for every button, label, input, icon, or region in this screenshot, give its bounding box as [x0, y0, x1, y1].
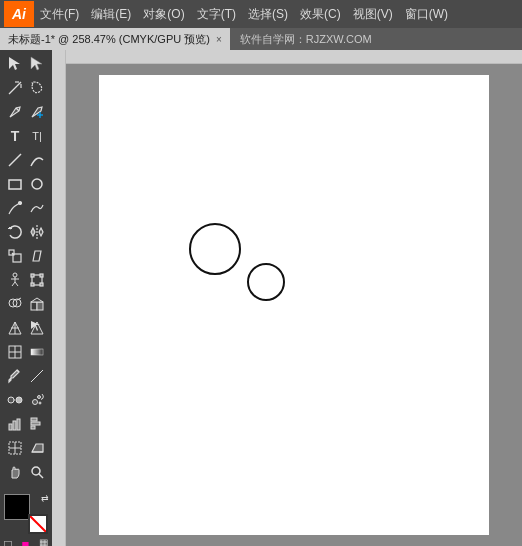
menu-view[interactable]: 视图(V) — [347, 0, 399, 28]
shape-builder-tool[interactable] — [4, 293, 26, 315]
svg-line-10 — [9, 154, 21, 166]
live-paint-tool[interactable] — [26, 293, 48, 315]
scale-tool[interactable] — [4, 245, 26, 267]
magic-wand-tool[interactable] — [4, 77, 26, 99]
reflect-tool[interactable] — [26, 221, 48, 243]
tool-row-7 — [0, 197, 52, 219]
tab-url: 软件自学网：RJZXW.COM — [230, 32, 372, 47]
svg-line-48 — [40, 370, 43, 373]
svg-marker-1 — [31, 57, 42, 70]
svg-line-67 — [39, 474, 43, 478]
free-transform-tool[interactable] — [26, 269, 48, 291]
arc-tool[interactable] — [26, 149, 48, 171]
svg-rect-58 — [31, 418, 37, 421]
extra-icons-row: □ ■ ▦ — [4, 537, 48, 546]
perspective-grid-tool[interactable] — [4, 317, 26, 339]
bar-graph-tool[interactable] — [26, 413, 48, 435]
svg-marker-15 — [31, 228, 35, 236]
pen-tool[interactable] — [4, 101, 26, 123]
tool-row-10 — [0, 269, 52, 291]
tool-row-4: T T| — [0, 125, 52, 147]
color-fill-icon[interactable]: ■ — [22, 537, 30, 546]
blend-tool[interactable] — [4, 389, 26, 411]
hand-tool[interactable] — [4, 461, 26, 483]
gradient-tool[interactable] — [26, 341, 48, 363]
circle-large — [189, 223, 241, 275]
fill-color-box[interactable] — [4, 494, 30, 520]
tool-row-18 — [0, 461, 52, 483]
main-area: T T| — [0, 50, 522, 546]
gradient-fill-icon[interactable]: ▦ — [39, 537, 48, 546]
pencil-tool[interactable] — [4, 197, 26, 219]
menu-object[interactable]: 对象(O) — [137, 0, 190, 28]
type-tool[interactable]: T — [4, 125, 26, 147]
svg-rect-34 — [31, 302, 37, 310]
tool-row-2 — [0, 77, 52, 99]
svg-line-3 — [9, 86, 17, 94]
svg-point-66 — [32, 467, 40, 475]
ellipse-tool[interactable] — [26, 173, 48, 195]
tool-row-8 — [0, 221, 52, 243]
swap-fill-stroke-icon[interactable]: ⇄ — [41, 493, 49, 503]
menu-text[interactable]: 文字(T) — [191, 0, 242, 28]
direct-selection-tool[interactable] — [26, 53, 48, 75]
ruler-top — [52, 50, 522, 64]
menu-window[interactable]: 窗口(W) — [399, 0, 454, 28]
line-tool[interactable] — [4, 149, 26, 171]
svg-rect-55 — [9, 424, 12, 430]
canvas-area — [52, 50, 522, 546]
measure-tool[interactable] — [26, 365, 48, 387]
column-graph-tool[interactable] — [4, 413, 26, 435]
perspective-selection-tool[interactable] — [26, 317, 48, 339]
eyedropper-tool[interactable] — [4, 365, 26, 387]
eraser-tool[interactable] — [26, 437, 48, 459]
fill-stroke-indicator[interactable]: ⇄ — [4, 494, 48, 534]
svg-rect-44 — [31, 349, 43, 355]
mesh-tool[interactable] — [4, 341, 26, 363]
shear-tool[interactable] — [26, 245, 48, 267]
stroke-color-box[interactable] — [28, 514, 48, 534]
menu-select[interactable]: 选择(S) — [242, 0, 294, 28]
svg-rect-59 — [31, 422, 40, 425]
svg-marker-16 — [39, 228, 43, 236]
none-fill-icon[interactable]: □ — [4, 537, 12, 546]
tool-row-5 — [0, 149, 52, 171]
svg-marker-0 — [9, 57, 20, 70]
tab-label: 未标题-1* @ 258.47% (CMYK/GPU 预览) — [8, 32, 210, 47]
menu-file[interactable]: 文件(F) — [34, 0, 85, 28]
toolbox: T T| — [0, 50, 52, 546]
ai-logo: Ai — [4, 1, 34, 27]
symbol-sprayer-tool[interactable] — [26, 389, 48, 411]
selection-tool[interactable] — [4, 53, 26, 75]
zoom-tool[interactable] — [26, 461, 48, 483]
svg-marker-20 — [33, 251, 41, 261]
canvas-background[interactable] — [66, 64, 522, 546]
tool-row-15 — [0, 389, 52, 411]
circle-small — [247, 263, 285, 301]
rotate-tool[interactable] — [4, 221, 26, 243]
menu-bar: 文件(F) 编辑(E) 对象(O) 文字(T) 选择(S) 效果(C) 视图(V… — [34, 0, 518, 28]
color-area: ⇄ □ ■ ▦ — [0, 490, 52, 546]
lasso-tool[interactable] — [26, 77, 48, 99]
svg-rect-60 — [31, 426, 35, 429]
svg-line-24 — [12, 282, 15, 286]
touch-type-tool[interactable]: T| — [26, 125, 48, 147]
menu-edit[interactable]: 编辑(E) — [85, 0, 137, 28]
rectangle-tool[interactable] — [4, 173, 26, 195]
slice-tool[interactable] — [4, 437, 26, 459]
ruler-left — [52, 50, 66, 546]
svg-rect-11 — [9, 180, 21, 189]
svg-rect-28 — [40, 274, 43, 277]
active-tab[interactable]: 未标题-1* @ 258.47% (CMYK/GPU 预览) × — [0, 28, 230, 50]
puppet-warp-tool[interactable] — [4, 269, 26, 291]
svg-rect-29 — [31, 283, 34, 286]
smooth-tool[interactable] — [26, 197, 48, 219]
svg-rect-57 — [17, 419, 20, 430]
add-anchor-tool[interactable] — [26, 101, 48, 123]
svg-point-13 — [19, 202, 22, 205]
menu-effect[interactable]: 效果(C) — [294, 0, 347, 28]
svg-point-21 — [13, 273, 17, 277]
artboard — [99, 75, 489, 535]
tab-close-button[interactable]: × — [216, 34, 222, 45]
svg-rect-27 — [31, 274, 34, 277]
